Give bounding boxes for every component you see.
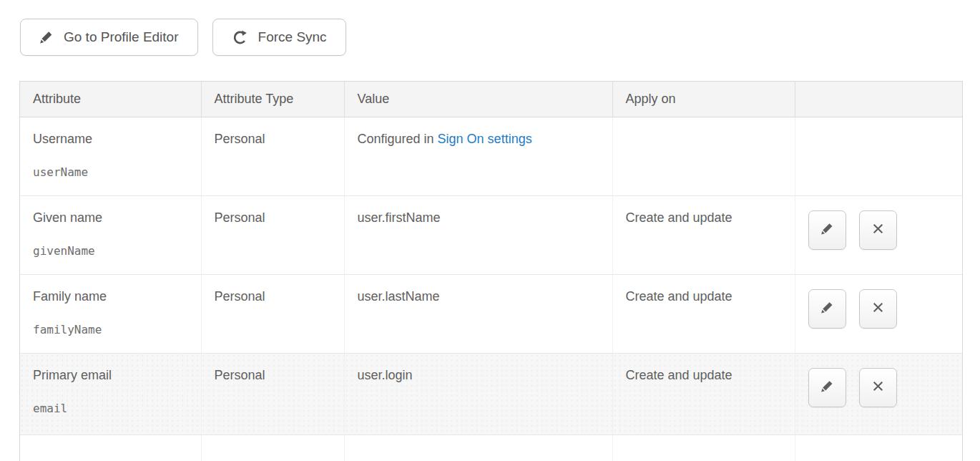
delete-attribute-button[interactable] [859,368,897,407]
apply-on-value: Create and update [612,274,795,353]
value-text: user.lastName [344,274,612,353]
attribute-variable: givenName [33,244,194,258]
attribute-mapping-table: Attribute Attribute Type Value Apply on … [19,81,963,461]
close-icon [871,301,885,316]
value-text: user.login [344,353,612,435]
sign-on-settings-link[interactable]: Sign On settings [438,132,532,146]
pencil-icon [820,379,834,395]
attribute-label: Username [33,132,194,147]
toolbar: Go to Profile Editor Force Sync [0,0,980,56]
pencil-icon [820,301,834,316]
attribute-variable: familyName [33,323,194,336]
close-icon [871,222,885,238]
value-text: Configured in [358,132,438,146]
pencil-icon [820,222,834,238]
delete-attribute-button[interactable] [859,210,897,250]
go-to-profile-editor-label: Go to Profile Editor [64,29,179,45]
attribute-type: Personal [201,353,344,435]
attribute-label: Given name [33,210,194,225]
column-header-actions [795,82,962,117]
attribute-label: Primary email [33,368,194,383]
column-header-attribute-type: Attribute Type [201,82,344,117]
table-row: Primary email email Personal user.login … [20,353,962,435]
apply-on-value [612,117,795,195]
table-row: Given name givenName Personal user.first… [20,195,962,274]
force-sync-label: Force Sync [258,29,327,45]
close-icon [871,379,885,395]
go-to-profile-editor-button[interactable]: Go to Profile Editor [20,19,198,56]
column-header-value: Value [344,82,612,117]
table-header-row: Attribute Attribute Type Value Apply on [20,82,962,117]
edit-attribute-button[interactable] [808,210,846,250]
force-sync-button[interactable]: Force Sync [212,19,346,56]
value-text: user.firstName [344,195,612,274]
column-header-apply-on: Apply on [612,82,795,117]
table-row: Username userName Personal Configured in… [20,117,962,195]
attribute-type: Personal [201,274,344,353]
apply-on-value: Create and update [612,353,795,435]
column-header-attribute: Attribute [20,82,201,117]
attribute-type: Personal [201,195,344,274]
attribute-variable: userName [33,165,194,179]
delete-attribute-button[interactable] [859,289,897,329]
table-row [20,435,962,461]
attribute-label: Family name [33,289,194,304]
edit-attribute-button[interactable] [808,368,846,407]
refresh-icon [232,29,248,46]
pencil-icon [39,30,54,44]
attribute-type: Personal [201,117,344,195]
table-row: Family name familyName Personal user.las… [20,274,962,353]
apply-on-value: Create and update [612,195,795,274]
edit-attribute-button[interactable] [808,289,846,329]
attribute-variable: email [33,402,194,415]
